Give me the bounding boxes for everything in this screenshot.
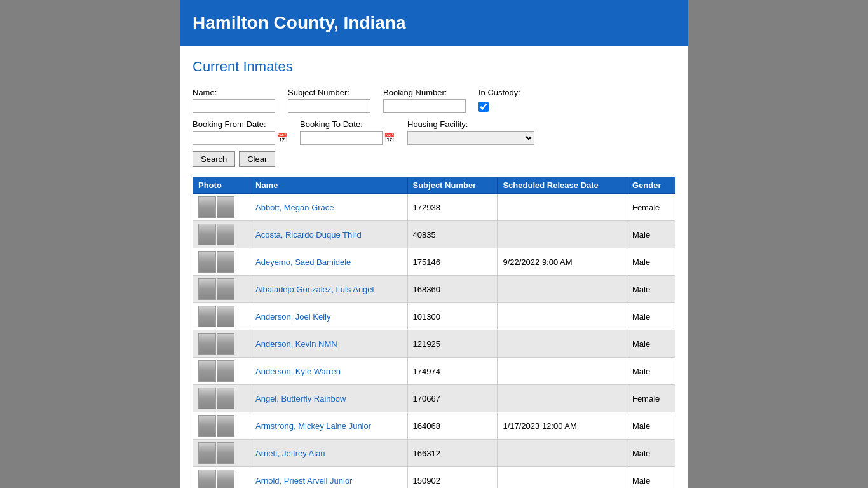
inmates-table: Photo Name Subject Number Scheduled Rele… (193, 177, 675, 488)
app-container: Hamilton County, Indiana Current Inmates… (180, 0, 688, 488)
table-row: Arnold, Priest Arvell Junior150902Male (193, 467, 675, 489)
photo-cell (193, 467, 250, 489)
table-row: Abbott, Megan Grace172938Female (193, 194, 675, 221)
booking-to-label: Booking To Date: (300, 119, 395, 129)
photo-thumb-2 (217, 442, 234, 464)
name-cell: Arnold, Priest Arvell Junior (250, 467, 408, 489)
photo-cell (193, 194, 250, 221)
search-form: Name: Subject Number: Booking Number: In… (193, 88, 675, 167)
in-custody-checkbox[interactable] (478, 102, 489, 112)
gender-cell: Female (627, 385, 675, 412)
inmate-name-link[interactable]: Anderson, Joel Kelly (255, 312, 331, 322)
housing-facility-select[interactable]: Hamilton County Jail (407, 131, 534, 145)
inmate-name-link[interactable]: Albaladejo Gonzalez, Luis Angel (255, 285, 374, 294)
name-cell: Anderson, Joel Kelly (250, 303, 408, 330)
table-body: Abbott, Megan Grace172938Female Acosta, … (193, 194, 675, 489)
photo-thumb-2 (217, 333, 234, 355)
photo-pair (198, 415, 245, 437)
photo-thumb-2 (217, 306, 234, 327)
col-subject-number: Subject Number (407, 177, 498, 194)
table-row: Anderson, Joel Kelly101300Male (193, 303, 675, 330)
subject-number-cell: 121925 (407, 330, 498, 358)
release-date-cell (498, 440, 627, 467)
inmate-name-link[interactable]: Armstrong, Mickey Laine Junior (255, 421, 371, 431)
name-cell: Albaladejo Gonzalez, Luis Angel (250, 276, 408, 303)
subject-number-cell: 101300 (407, 303, 498, 330)
col-release-date: Scheduled Release Date (498, 177, 627, 194)
col-name: Name (250, 177, 408, 194)
release-date-cell: 1/17/2023 12:00 AM (498, 412, 627, 440)
name-cell: Acosta, Ricardo Duque Third (250, 221, 408, 248)
name-group: Name: (193, 88, 275, 113)
photo-thumb-2 (217, 196, 234, 218)
header-title: Hamilton County, Indiana (193, 13, 675, 33)
booking-number-label: Booking Number: (383, 88, 466, 97)
btn-row: Search Clear (193, 151, 675, 167)
name-input[interactable] (193, 99, 275, 113)
booking-number-input[interactable] (383, 99, 466, 113)
release-date-cell (498, 385, 627, 412)
release-date-cell (498, 276, 627, 303)
booking-from-input[interactable] (193, 131, 275, 145)
photo-pair (198, 306, 245, 327)
photo-thumb-1 (198, 306, 216, 327)
form-row-2: Booking From Date: 📅 Booking To Date: 📅 … (193, 119, 675, 145)
subject-number-cell: 170667 (407, 385, 498, 412)
gender-cell: Male (627, 330, 675, 358)
gender-cell: Male (627, 276, 675, 303)
subject-number-cell: 164068 (407, 412, 498, 440)
photo-thumb-2 (217, 224, 234, 245)
gender-cell: Male (627, 221, 675, 248)
in-custody-group: In Custody: (478, 88, 520, 112)
photo-thumb-2 (217, 470, 234, 488)
subject-number-group: Subject Number: (288, 88, 370, 113)
inmate-name-link[interactable]: Angel, Butterfly Rainbow (255, 394, 346, 403)
booking-to-calendar-icon[interactable]: 📅 (384, 133, 395, 143)
gender-cell: Female (627, 194, 675, 221)
housing-facility-label: Housing Facility: (407, 119, 534, 129)
clear-button[interactable]: Clear (239, 151, 275, 167)
release-date-cell (498, 330, 627, 358)
photo-thumb-1 (198, 224, 216, 245)
photo-thumb-2 (217, 278, 234, 300)
photo-thumb-1 (198, 360, 216, 382)
photo-cell (193, 248, 250, 276)
booking-from-calendar-icon[interactable]: 📅 (276, 133, 287, 143)
inmate-name-link[interactable]: Acosta, Ricardo Duque Third (255, 230, 362, 240)
release-date-cell (498, 358, 627, 385)
photo-cell (193, 303, 250, 330)
header: Hamilton County, Indiana (180, 0, 688, 46)
subject-number-cell: 168360 (407, 276, 498, 303)
photo-cell (193, 440, 250, 467)
booking-from-label: Booking From Date: (193, 119, 287, 129)
subject-number-cell: 175146 (407, 248, 498, 276)
booking-to-group: Booking To Date: 📅 (300, 119, 395, 145)
table-row: Albaladejo Gonzalez, Luis Angel168360Mal… (193, 276, 675, 303)
subject-number-cell: 166312 (407, 440, 498, 467)
content: Current Inmates Name: Subject Number: Bo… (180, 46, 688, 488)
gender-cell: Male (627, 467, 675, 489)
search-button[interactable]: Search (193, 151, 235, 167)
inmate-name-link[interactable]: Arnett, Jeffrey Alan (255, 449, 325, 458)
photo-pair (198, 251, 245, 273)
col-photo: Photo (193, 177, 250, 194)
gender-cell: Male (627, 358, 675, 385)
inmate-name-link[interactable]: Anderson, Kevin NMN (255, 339, 337, 349)
gender-cell: Male (627, 303, 675, 330)
name-cell: Armstrong, Mickey Laine Junior (250, 412, 408, 440)
housing-facility-group: Housing Facility: Hamilton County Jail (407, 119, 534, 145)
release-date-cell (498, 467, 627, 489)
subject-number-input[interactable] (288, 99, 370, 113)
inmate-name-link[interactable]: Arnold, Priest Arvell Junior (255, 476, 352, 485)
inmate-name-link[interactable]: Adeyemo, Saed Bamidele (255, 257, 351, 267)
booking-to-input[interactable] (300, 131, 383, 145)
photo-thumb-1 (198, 470, 216, 488)
table-row: Arnett, Jeffrey Alan166312Male (193, 440, 675, 467)
photo-thumb-1 (198, 415, 216, 437)
name-cell: Anderson, Kevin NMN (250, 330, 408, 358)
table-header: Photo Name Subject Number Scheduled Rele… (193, 177, 675, 194)
inmate-name-link[interactable]: Anderson, Kyle Warren (255, 367, 341, 376)
release-date-cell (498, 303, 627, 330)
inmate-name-link[interactable]: Abbott, Megan Grace (255, 203, 334, 212)
name-cell: Adeyemo, Saed Bamidele (250, 248, 408, 276)
